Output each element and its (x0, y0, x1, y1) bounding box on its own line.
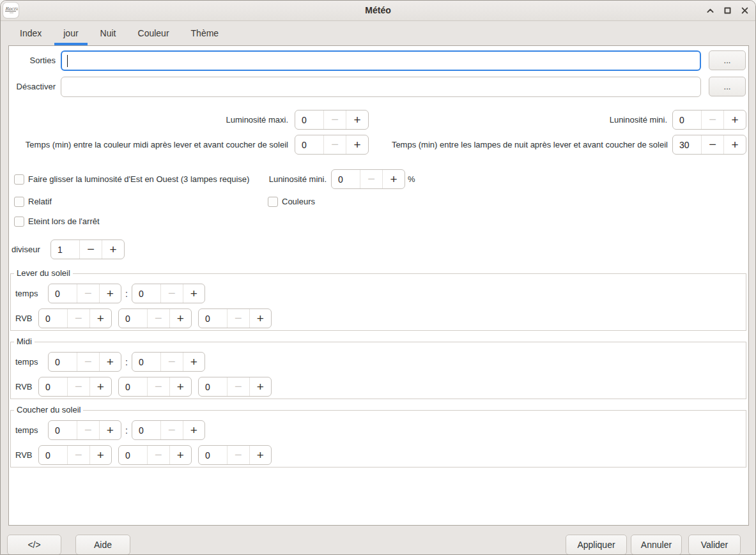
decrement-button[interactable]: − (161, 353, 183, 371)
spin-value-field[interactable]: 0 (39, 377, 68, 396)
decrement-button[interactable]: − (228, 446, 250, 464)
spin-value-field[interactable]: 0 (132, 353, 161, 371)
rvb-row: RVB0−+0−+0−+ (15, 377, 278, 397)
decrement-button[interactable]: − (161, 284, 183, 303)
temps-lampes-nuit-label: Temps (min) entre les lampes de nuit apr… (375, 135, 668, 155)
spin-value-field[interactable]: 0 (49, 284, 77, 303)
tab-jour[interactable]: jour (54, 20, 87, 45)
increment-button[interactable]: + (170, 309, 192, 328)
tab-theme[interactable]: Thème (182, 20, 228, 45)
couleurs-checkbox[interactable] (268, 197, 278, 207)
increment-button[interactable]: + (100, 284, 121, 303)
sorties-browse-button[interactable]: ... (709, 50, 746, 70)
decrement-button[interactable]: − (68, 446, 90, 464)
increment-button[interactable]: + (346, 135, 368, 154)
luninosite-mini-label: Luninosité mini. (550, 110, 667, 130)
tab-couleur[interactable]: Couleur (129, 20, 178, 45)
decrement-button[interactable]: − (68, 377, 90, 396)
diviseur-spinner: 1−+ (50, 239, 125, 259)
spin-value-field[interactable]: 1 (51, 240, 80, 259)
decrement-button[interactable]: − (324, 135, 346, 154)
increment-button[interactable]: + (250, 309, 272, 328)
increment-button[interactable]: + (100, 421, 121, 439)
spin-value-field[interactable]: 0 (39, 446, 68, 464)
spin-value-field[interactable]: 0 (199, 377, 228, 396)
tab-nuit[interactable]: Nuit (91, 20, 125, 45)
decrement-button[interactable]: − (80, 240, 102, 259)
increment-button[interactable]: + (100, 353, 121, 371)
spin-value-field[interactable]: 0 (132, 421, 161, 439)
decrement-button[interactable]: − (360, 170, 383, 188)
spin-value-field[interactable]: 0 (295, 135, 324, 154)
decrement-button[interactable]: − (77, 284, 100, 303)
decrement-button[interactable]: − (148, 309, 170, 328)
decrement-button[interactable]: − (228, 377, 250, 396)
spin-value-field[interactable]: 0 (295, 110, 324, 129)
decrement-button[interactable]: − (324, 110, 346, 129)
increment-button[interactable]: + (250, 377, 272, 396)
titlebar[interactable]: Rocrail Météo (1, 1, 755, 21)
relatif-checkbox[interactable] (14, 197, 24, 207)
sorties-label: Sorties (1, 50, 56, 71)
spin-value-field[interactable]: 30 (673, 135, 702, 154)
rvb-blue-spinner: 0−+ (198, 377, 272, 397)
tab-index[interactable]: Index (11, 20, 50, 45)
desactiver-input[interactable] (61, 77, 701, 97)
increment-button[interactable]: + (250, 446, 272, 464)
increment-button[interactable]: + (90, 446, 112, 464)
code-view-button[interactable]: </> (7, 535, 61, 555)
increment-button[interactable]: + (346, 110, 368, 129)
time-separator: : (121, 289, 132, 299)
minimize-button[interactable] (704, 5, 716, 17)
decrement-button[interactable]: − (228, 309, 250, 328)
close-button[interactable] (739, 5, 750, 17)
glisser-checkbox[interactable] (14, 174, 24, 185)
temps-minute-spinner: 0−+ (132, 352, 205, 372)
eteint-checkbox[interactable] (14, 217, 24, 227)
valider-button[interactable]: Valider (688, 535, 741, 555)
appliquer-button[interactable]: Appliquer (566, 535, 627, 555)
spin-value-field[interactable]: 0 (673, 110, 702, 129)
decrement-button[interactable]: − (148, 446, 170, 464)
increment-button[interactable]: + (102, 240, 124, 259)
increment-button[interactable]: + (183, 353, 205, 371)
desactiver-browse-button[interactable]: ... (709, 77, 746, 96)
maximize-button[interactable] (721, 5, 733, 17)
window-title: Météo (1, 1, 755, 20)
spin-value-field[interactable]: 0 (132, 284, 161, 303)
decrement-button[interactable]: − (161, 421, 183, 439)
decrement-button[interactable]: − (148, 377, 170, 396)
increment-button[interactable]: + (724, 135, 746, 154)
increment-button[interactable]: + (90, 309, 112, 328)
sorties-input[interactable] (61, 50, 701, 71)
increment-button[interactable]: + (183, 284, 205, 303)
decrement-button[interactable]: − (77, 353, 100, 371)
spin-value-field[interactable]: 0 (199, 446, 228, 464)
spin-value-field[interactable]: 0 (119, 309, 148, 328)
decrement-button[interactable]: − (77, 421, 100, 439)
increment-button[interactable]: + (170, 446, 192, 464)
aide-button[interactable]: Aide (75, 535, 130, 555)
decrement-button[interactable]: − (702, 110, 724, 129)
spin-value-field[interactable]: 0 (49, 353, 77, 371)
glisser-label: Faire glisser la luminosité d'Est en Oue… (28, 169, 249, 190)
spin-value-field[interactable]: 0 (119, 377, 148, 396)
rvb-label: RVB (15, 382, 38, 392)
rocrail-logo-icon: Rocrail (3, 3, 19, 18)
decrement-button[interactable]: − (702, 135, 724, 154)
increment-button[interactable]: + (183, 421, 205, 439)
decrement-button[interactable]: − (68, 309, 90, 328)
spin-value-field[interactable]: 0 (39, 309, 68, 328)
increment-button[interactable]: + (383, 170, 405, 188)
spin-value-field[interactable]: 0 (49, 421, 77, 439)
annuler-button[interactable]: Annuler (631, 535, 682, 555)
spin-value-field[interactable]: 0 (199, 309, 228, 328)
eteint-label: Eteint lors de l'arrêt (28, 211, 100, 232)
increment-button[interactable]: + (724, 110, 746, 129)
increment-button[interactable]: + (170, 377, 192, 396)
group-title: Lever du soleil (14, 268, 73, 278)
svg-text:Rocrail: Rocrail (5, 6, 18, 11)
increment-button[interactable]: + (90, 377, 112, 396)
spin-value-field[interactable]: 0 (119, 446, 148, 464)
spin-value-field[interactable]: 0 (332, 170, 360, 188)
